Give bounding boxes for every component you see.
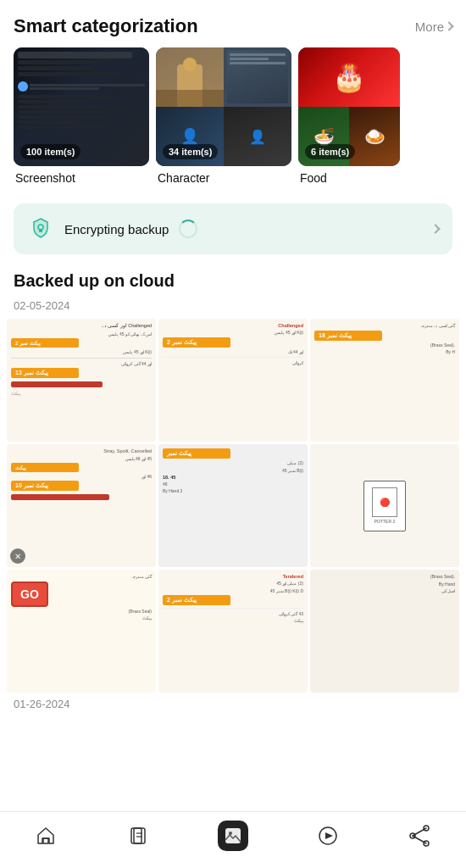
page-title: Smart categorization [14,15,198,37]
date-label-2: 01-26-2024 [0,693,466,715]
encrypt-icon [27,215,54,242]
category-thumb-food: 🎂 🍜 🍛 6 item(s) [298,47,400,166]
category-item-character[interactable]: 👤 👤 34 item(s) Character [156,47,291,185]
screenshot-label: Screenshot [14,171,149,185]
svg-rect-4 [134,828,145,843]
character-count: 34 item(s) [163,144,218,159]
svg-rect-1 [39,229,42,232]
svg-marker-10 [325,832,333,839]
food-count: 6 item(s) [305,144,355,159]
encrypt-text: Encrypting backup [64,222,169,236]
mosaic-cell-3[interactable]: گئی کسی نے مندرجہ پیکٹ نمبر 18 .(Brass S… [310,319,459,442]
encrypt-left: Encrypting backup [27,215,197,242]
mosaic-cell-1[interactable]: Challenged اور کسی نے اس کے بھائی کو 45 … [7,319,156,442]
delete-button-1[interactable]: ✕ [10,548,25,564]
category-row: 100 item(s) Screenshot [0,47,466,192]
chevron-right-icon [444,21,453,31]
category-thumb-screenshot: 100 item(s) [14,47,149,166]
nav-play[interactable] [316,824,340,848]
mosaic-cell-2[interactable]: Challenged K(i) اور 45 پلیس پیکٹ نمبر 2 … [158,319,308,442]
category-thumb-character: 👤 👤 34 item(s) [156,47,291,166]
encrypt-spinner [179,220,197,238]
food-label: Food [298,171,400,185]
backed-up-title: Backed up on cloud [0,254,466,291]
home-icon [34,824,58,848]
header: Smart categorization More [0,0,466,47]
nav-files[interactable] [126,824,150,848]
mosaic-cell-8[interactable]: Tendered (2) مبلی اور 45 B(i) K(i) D نمب… [158,570,308,693]
share-icon [408,824,432,848]
play-icon [316,824,340,848]
mosaic-cell-5[interactable]: پیکٹ نمبر (2) مبلی B(i) نمبر 45 18. 45 4… [158,444,308,567]
mosaic-cell-4[interactable]: Stray, Spoilt, Cancelled 45 اور 46 پلیس … [7,444,156,567]
character-label: Character [156,171,291,185]
svg-rect-3 [131,828,141,843]
more-label: More [415,19,444,34]
mosaic-cell-7[interactable]: گئی مندرجہ GO (Brass Seal) پیکٹ [7,570,156,693]
go-badge: GO [11,581,48,607]
encrypt-banner[interactable]: Encrypting backup [14,203,452,254]
category-item-food[interactable]: 🎂 🍜 🍛 6 item(s) Food [298,47,400,185]
mosaic-cell-9[interactable]: .(Brass Seal) By Hand اصل کی [310,570,459,693]
bottom-nav [0,811,466,868]
svg-rect-2 [43,838,48,843]
date-label-1: 02-05-2024 [0,291,466,319]
mosaic-cell-6[interactable]: 🔴 POTTER 2 [310,444,459,567]
nav-gallery[interactable] [218,821,248,851]
category-item-screenshot[interactable]: 100 item(s) Screenshot [14,47,149,185]
screenshot-count: 100 item(s) [20,144,80,159]
gallery-icon [218,821,248,851]
encrypt-chevron-icon [430,224,440,233]
nav-share[interactable] [408,824,432,848]
svg-rect-7 [225,828,241,843]
files-icon [126,824,150,848]
photo-mosaic-1: Challenged اور کسی نے اس کے بھائی کو 45 … [7,319,459,693]
nav-home[interactable] [34,824,58,848]
more-button[interactable]: More [415,19,452,34]
